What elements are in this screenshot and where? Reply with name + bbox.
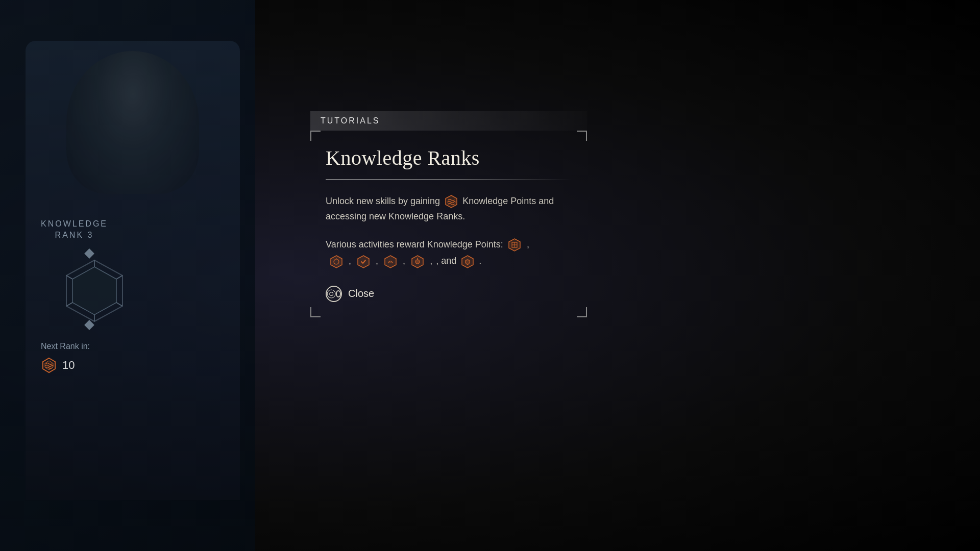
- tutorial-header-text: TUTORIALS: [321, 116, 380, 125]
- corner-tl: [310, 131, 321, 141]
- close-button[interactable]: Close: [326, 286, 572, 302]
- tutorial-panel: TUTORIALS Knowledge Ranks Unlock new ski…: [310, 111, 587, 317]
- svg-line-3: [116, 276, 122, 279]
- activity-icon-6: [460, 254, 475, 269]
- tutorial-header: TUTORIALS: [310, 111, 587, 131]
- desc2-prefix: Various activities reward Knowledge Poin…: [326, 239, 503, 249]
- svg-line-4: [116, 303, 122, 306]
- panel-description-1: Unlock new skills by gaining Knowledge P…: [326, 194, 572, 224]
- and-text: , and: [436, 256, 456, 266]
- panel-title: Knowledge Ranks: [326, 146, 572, 170]
- comma-2: ,: [349, 256, 351, 266]
- comma-4: ,: [403, 256, 405, 266]
- knowledge-rank-label: KNOWLEDGE: [41, 219, 108, 229]
- corner-bl: [310, 307, 321, 317]
- svg-line-7: [66, 276, 72, 279]
- svg-line-6: [66, 303, 72, 306]
- next-rank-value: 10: [41, 357, 90, 373]
- panel-description-2: Various activities reward Knowledge Poin…: [326, 236, 572, 269]
- knowledge-icon-small: [41, 357, 57, 373]
- next-rank-area: Next Rank in: 10: [41, 342, 90, 373]
- close-button-icon: [326, 286, 342, 302]
- svg-point-21: [415, 260, 420, 264]
- activity-icon-3: [356, 254, 371, 269]
- knowledge-points-icon-inline: [444, 194, 459, 209]
- corner-tr: [577, 131, 587, 141]
- activity-icon-2: [329, 254, 344, 269]
- panel-divider: [326, 179, 572, 180]
- comma-3: ,: [376, 256, 378, 266]
- svg-point-23: [327, 290, 335, 298]
- activity-icon-main: [507, 237, 522, 253]
- desc1-text: Unlock new skills by gaining: [326, 196, 440, 206]
- activity-icon-4: [383, 254, 398, 269]
- hex-badge: [61, 258, 128, 324]
- knowledge-rank-area: KNOWLEDGE RANK 3: [41, 219, 108, 240]
- corner-br: [577, 307, 587, 317]
- svg-marker-15: [331, 256, 342, 268]
- panel-body: Knowledge Ranks Unlock new skills by gai…: [310, 131, 587, 317]
- svg-marker-1: [72, 267, 116, 315]
- activity-icon-5: [410, 254, 425, 269]
- svg-point-24: [330, 292, 333, 295]
- period: .: [479, 256, 481, 266]
- svg-marker-18: [358, 256, 369, 268]
- next-rank-label: Next Rank in:: [41, 342, 90, 351]
- knowledge-rank-number: RANK 3: [41, 231, 108, 240]
- hex-badge-container: [54, 250, 135, 332]
- close-label: Close: [348, 288, 374, 299]
- comma-5: ,: [430, 256, 435, 266]
- comma-1: ,: [527, 239, 529, 249]
- next-rank-number: 10: [62, 359, 75, 372]
